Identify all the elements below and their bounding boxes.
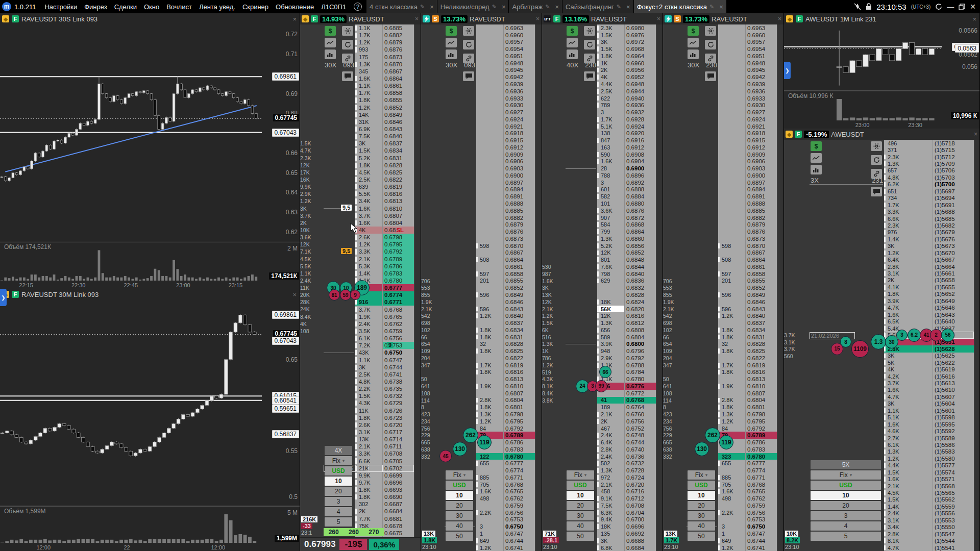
dom-row[interactable]: 3K(1)5673: [784, 243, 979, 249]
dom-price-cell[interactable]: 0.6856: [625, 242, 656, 249]
dom-price-cell[interactable]: 0.6924: [625, 123, 656, 130]
dom-row[interactable]: 1630.6912: [542, 144, 663, 151]
dom-price-cell[interactable]: 0.6918: [504, 130, 535, 137]
dom-mid-cell[interactable]: [323, 392, 355, 399]
dom-mid-cell[interactable]: [565, 179, 597, 186]
dom-mid-cell[interactable]: [323, 234, 355, 241]
workspace-tab[interactable]: Арбитраж✎×: [508, 0, 562, 13]
dom-price-cell[interactable]: 0.6852: [746, 284, 777, 291]
dom-price-cell[interactable]: 0.6801: [504, 404, 535, 411]
dom-scroll-gutter[interactable]: [777, 228, 783, 235]
dom-scroll-gutter[interactable]: [414, 75, 421, 82]
dom-row[interactable]: 1.2K0.6741: [663, 544, 783, 551]
dom-price-cell[interactable]: 0.6747: [383, 356, 414, 363]
dom-row[interactable]: 1.5K0.6976: [542, 32, 663, 39]
dom-price-cell[interactable]: 0.6798: [504, 411, 535, 418]
dom-scroll-gutter[interactable]: [535, 369, 542, 376]
dom-price-cell[interactable]: (1)5622: [933, 359, 974, 366]
workspace-tab[interactable]: Сайзы/фандинг✎×: [562, 0, 633, 13]
dom-size-cell[interactable]: 1.5K: [355, 392, 383, 399]
dom-price-cell[interactable]: (1)5715: [933, 146, 974, 153]
dom-mid-cell[interactable]: [565, 362, 597, 369]
dom-scroll-gutter[interactable]: [974, 208, 979, 215]
dom-price-cell[interactable]: 0.6891: [746, 193, 777, 200]
dom-price-cell[interactable]: (1)5553: [933, 517, 974, 523]
dom-row[interactable]: 0.6867: [663, 249, 783, 257]
dom-size-cell[interactable]: 1.2K: [884, 455, 933, 462]
dom-mid-cell[interactable]: [565, 144, 597, 151]
dom-price-cell[interactable]: 0.6756: [625, 418, 656, 425]
dom-price-cell[interactable]: (1)5604: [933, 400, 974, 407]
dom-scroll-gutter[interactable]: [777, 53, 783, 60]
dom-row[interactable]: 6550.6777: [663, 460, 783, 467]
dom-scroll-gutter[interactable]: [777, 151, 783, 158]
dom-scroll-gutter[interactable]: [777, 319, 783, 327]
dom-mid-cell[interactable]: [685, 544, 718, 551]
dom-size-cell[interactable]: [476, 123, 504, 130]
dom-scroll-gutter[interactable]: [656, 228, 663, 235]
dom-price-cell[interactable]: 0.6688: [625, 537, 656, 544]
dom-price-cell[interactable]: (1)5709: [933, 160, 974, 167]
dom-size-cell[interactable]: 3K: [884, 353, 933, 359]
dom-mid-cell[interactable]: [685, 256, 718, 263]
dom-price-cell[interactable]: (1)5703: [933, 174, 974, 181]
dom-price-cell[interactable]: 0.6858: [746, 270, 777, 278]
dom-row[interactable]: 6.4K0.6744: [542, 439, 663, 446]
dom-size-cell[interactable]: 323: [718, 453, 746, 460]
dom-scroll-gutter[interactable]: [974, 236, 979, 242]
dom-price-cell[interactable]: 0.6837: [746, 319, 777, 327]
dom-scroll-gutter[interactable]: [414, 328, 421, 335]
dom-scroll-gutter[interactable]: [777, 530, 783, 537]
dom-price-cell[interactable]: 0.6880: [625, 200, 656, 207]
dom-size-cell[interactable]: 4.6K: [884, 428, 933, 434]
chart-close-icon[interactable]: ×: [972, 15, 976, 23]
dom-size-cell[interactable]: 7.5K: [597, 502, 625, 509]
dom-scroll-gutter[interactable]: [974, 448, 979, 455]
dom-scroll-gutter[interactable]: [535, 249, 542, 257]
dom-size-cell[interactable]: 43K: [355, 349, 383, 356]
dom-mid-cell[interactable]: [685, 390, 718, 397]
dom-row[interactable]: 5530.6852: [663, 284, 783, 291]
dom-price-cell[interactable]: 0.6864: [504, 256, 535, 263]
dom-price-cell[interactable]: 0.6945: [504, 67, 535, 74]
dom-scroll-gutter[interactable]: [414, 248, 421, 255]
dom-scroll-gutter[interactable]: [656, 432, 663, 439]
dom-mid-cell[interactable]: [323, 256, 355, 263]
dom-size-cell[interactable]: [718, 137, 746, 144]
dom-row[interactable]: 756840.6792: [421, 425, 542, 432]
dom-mid-cell[interactable]: [685, 383, 718, 390]
dom-row[interactable]: 0.6942: [663, 73, 783, 81]
dom-mid-cell[interactable]: [808, 270, 884, 277]
dom-scroll-gutter[interactable]: [974, 496, 979, 503]
menu-item[interactable]: Сделки: [111, 3, 140, 11]
dom-row[interactable]: 4.5K2.1K0.6789: [300, 256, 421, 263]
dom-scroll-gutter[interactable]: [974, 222, 979, 229]
dom-row[interactable]: 0.6948: [663, 60, 783, 67]
dom-price-cell[interactable]: 0.6936: [746, 88, 777, 95]
dom-price-cell[interactable]: (1)5583: [933, 448, 974, 455]
dom-scroll-gutter[interactable]: [777, 460, 783, 467]
dom-size-cell[interactable]: 1.7K: [597, 116, 625, 123]
dollar-mode-button[interactable]: $: [567, 26, 578, 36]
dom-price-cell[interactable]: 0.6777: [504, 460, 535, 467]
dom-mid-cell[interactable]: [808, 373, 884, 380]
dom-scroll-gutter[interactable]: [535, 418, 542, 425]
dom-row[interactable]: 14K0.6849: [300, 111, 421, 118]
dom-size-cell[interactable]: [476, 45, 504, 53]
dom-price-cell[interactable]: 0.6894: [746, 186, 777, 193]
dom-price-cell[interactable]: 0.6873: [383, 54, 414, 61]
dom-size-cell[interactable]: 649: [718, 537, 746, 544]
dom-scroll-gutter[interactable]: [656, 481, 663, 488]
session-volume[interactable]: 71K: [543, 531, 556, 537]
dom-size-cell[interactable]: [476, 172, 504, 179]
dom-row[interactable]: 18K0.6696: [542, 523, 663, 530]
dom-scroll-gutter[interactable]: [535, 495, 542, 502]
dom-size-cell[interactable]: 1.4K: [355, 270, 383, 277]
dom-price-cell[interactable]: 0.6909: [746, 151, 777, 158]
dom-scroll-gutter[interactable]: [414, 443, 421, 450]
dom-size-cell[interactable]: 5.1K: [597, 123, 625, 130]
dom-mid-cell[interactable]: [685, 291, 718, 298]
dom-size-cell[interactable]: [718, 95, 746, 102]
dom-size-cell[interactable]: 1.2K: [718, 418, 746, 425]
dom-mid-cell[interactable]: [565, 207, 597, 214]
